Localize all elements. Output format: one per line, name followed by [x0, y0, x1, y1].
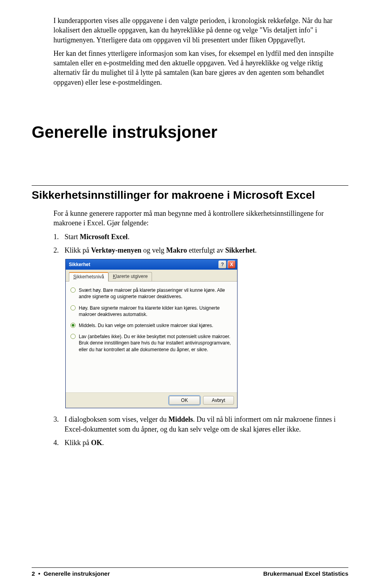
cancel-button[interactable]: Avbryt: [203, 396, 234, 405]
tab-trusted-publishers[interactable]: Klarerte utgivere: [108, 272, 152, 281]
opt2-accel: H: [79, 305, 82, 311]
steps-list: 1. Start Microsoft Excel. 2. Klikk på Ve…: [53, 232, 344, 255]
close-button[interactable]: X: [228, 261, 236, 268]
footer-bullet-icon: •: [37, 570, 42, 577]
option-high[interactable]: Høy. Bare signerte makroer fra klarerte …: [70, 305, 232, 318]
heading-main: Generelle instruksjoner: [32, 123, 348, 142]
step-3: 3. I dialogboksen som vises, velger du M…: [53, 415, 344, 434]
intro-paragraph-1: I kunderapporten vises alle oppgavene i …: [53, 16, 344, 45]
opt4-text: av (anbefales ikke). Du er ikke beskytte…: [79, 334, 231, 352]
step-4-bold: OK: [91, 439, 102, 447]
dialog-footer: OK Avbryt: [66, 392, 237, 408]
intro-paragraph-2: Her kan det finnes ytterligere informasj…: [53, 49, 344, 87]
option-low[interactable]: Lav (anbefales ikke). Du er ikke beskytt…: [70, 333, 232, 353]
step-2-text-c: og velg: [141, 246, 166, 254]
footer-rule: [32, 567, 348, 568]
tab-2-rest: larerte utgivere: [116, 274, 148, 279]
opt2-text: øy. Bare signerte makroer fra klarerte k…: [79, 305, 220, 317]
tab-1-accel: S: [73, 274, 76, 280]
radio-icon[interactable]: [70, 323, 76, 328]
step-2-bold-2: Makro: [166, 246, 187, 254]
step-2-bold-3: Sikkerhet: [225, 246, 255, 254]
step-3-text-a: I dialogboksen som vises, velger du: [65, 415, 168, 423]
step-3-number: 3.: [53, 415, 65, 434]
page-footer: 2 • Generelle instruksjoner Brukermanual…: [32, 567, 348, 577]
opt3-accel: M: [79, 323, 83, 328]
dialog-body: Svært høy. Bare makroer på klarerte plas…: [66, 282, 237, 392]
radio-icon[interactable]: [70, 305, 76, 310]
step-1-text-a: Start: [65, 233, 80, 241]
opt3-text: iddels. Du kan velge om potensielt usikr…: [83, 323, 213, 328]
step-1-number: 1.: [53, 232, 65, 242]
help-button[interactable]: ?: [218, 261, 226, 268]
steps-list-cont: 3. I dialogboksen som vises, velger du M…: [53, 415, 344, 447]
step-1-text-c: .: [128, 233, 130, 241]
step-2-text-a: Klikk på: [65, 246, 91, 254]
radio-icon[interactable]: [70, 287, 76, 293]
step-4: 4. Klikk på OK.: [53, 438, 344, 447]
radio-icon[interactable]: [70, 334, 76, 339]
option-medium[interactable]: Middels. Du kan velge om potensielt usik…: [70, 322, 232, 329]
step-3-bold: Middels: [168, 415, 193, 423]
step-1: 1. Start Microsoft Excel.: [53, 232, 344, 242]
dialog-screenshot: Sikkerhet ? X Sikkerhetsnivå Klarerte ut…: [65, 259, 348, 408]
opt1-text: vært høy. Bare makroer på klarerte plass…: [79, 287, 225, 299]
ok-button[interactable]: OK: [169, 396, 200, 405]
footer-page-number: 2: [32, 570, 35, 577]
step-4-text-a: Klikk på: [65, 439, 91, 447]
opt4-accel: L: [79, 334, 82, 339]
option-very-high[interactable]: Svært høy. Bare makroer på klarerte plas…: [70, 287, 232, 300]
dialog-titlebar[interactable]: Sikkerhet ? X: [66, 259, 237, 270]
step-4-text-c: .: [102, 439, 104, 447]
step-4-number: 4.: [53, 438, 65, 447]
step-2-number: 2.: [53, 245, 65, 255]
step-2-bold-1: Verktøy-menyen: [91, 246, 141, 254]
step-2-text-e: etterfulgt av: [187, 246, 225, 254]
step-2: 2. Klikk på Verktøy-menyen og velg Makro…: [53, 245, 344, 255]
tab-security-level[interactable]: Sikkerhetsnivå: [69, 272, 108, 282]
section-rule: [32, 185, 348, 186]
dialog-title: Sikkerhet: [69, 262, 90, 267]
step-1-bold: Microsoft Excel: [80, 233, 128, 241]
tab-1-rest: ikkerhetsnivå: [76, 274, 104, 280]
opt1-accel: S: [79, 287, 82, 293]
step-2-text-g: .: [255, 246, 257, 254]
footer-manual-title: Brukermanual Excel Statistics: [263, 570, 348, 577]
heading-sub: Sikkerhetsinnstillinger for makroene i M…: [32, 189, 348, 202]
footer-section: Generelle instruksjoner: [44, 570, 110, 577]
tab-2-accel: K: [113, 274, 116, 279]
dialog-tabstrip: Sikkerhetsnivå Klarerte utgivere: [66, 270, 237, 282]
sub-intro: For å kunne generere rapporter må man be…: [53, 209, 344, 228]
